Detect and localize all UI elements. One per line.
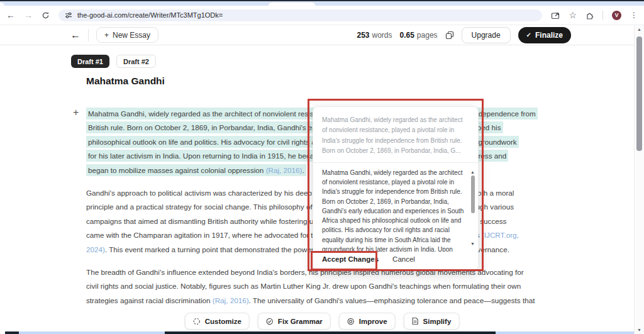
original-text-preview: Mahatma Gandhi, widely regarded as the a… [313, 107, 478, 162]
doc-line: civil rights and social justice. Notably… [86, 279, 536, 293]
bottom-strip-segment [165, 331, 496, 334]
improve-button[interactable]: Improve [339, 313, 396, 330]
bottom-strip-segment [19, 331, 165, 334]
word-count-label: words [372, 31, 392, 40]
check-icon: ✓ [526, 31, 531, 38]
doc-text-segment: . [302, 166, 304, 174]
bottom-strip-segment [5, 331, 19, 334]
browser-tab-strip [0, 0, 644, 6]
upgrade-button[interactable]: Upgrade [462, 27, 511, 43]
toolbar-divider [602, 11, 603, 19]
customize-button[interactable]: Customize [185, 313, 250, 330]
citation-link[interactable]: 2024) [86, 245, 105, 253]
highlighted-text: began to mobilize masses against colonia… [86, 164, 306, 176]
extensions-puzzle-icon[interactable] [586, 11, 594, 19]
doc-text-segment: strategies against racial discrimination [86, 296, 213, 304]
url-text: the-good-ai.com/create/Writer/MTc3MTg1OD… [77, 11, 223, 19]
bottom-strip-segment [496, 331, 634, 334]
profile-avatar[interactable]: V [612, 11, 621, 20]
popup-scrollbar-thumb[interactable] [471, 175, 475, 213]
scrollbar-down-icon[interactable]: ▼ [635, 328, 644, 332]
browser-menu-icon[interactable]: ⋮ [630, 11, 638, 19]
back-icon[interactable]: ← [6, 11, 15, 19]
header-divider [88, 29, 89, 42]
forward-icon[interactable]: → [24, 11, 33, 19]
suggested-text: Mahatma Gandhi, widely regarded as the a… [322, 169, 464, 252]
site-settings-icon[interactable] [65, 11, 72, 19]
citation-link[interactable]: (IJCRT.org, [482, 231, 519, 239]
dashed-circle-icon [193, 318, 201, 325]
tab-draft-1[interactable]: Draft #1 [71, 55, 109, 68]
page-scrollbar[interactable]: ▲ ▼ [634, 25, 644, 334]
paragraph: The breadth of Gandhi's influence extend… [86, 265, 536, 308]
popup-footer: Accept Changes Cancel [313, 252, 478, 263]
simplify-label: Simplify [423, 318, 452, 325]
citation-link[interactable]: (Raj, 2016) [213, 296, 249, 304]
app-header: ← + New Essay 253 words 0.65 pages Upgra… [0, 25, 644, 45]
browser-toolbar: ← → the-good-ai.com/create/Writer/MTc3MT… [0, 6, 644, 25]
new-essay-button[interactable]: + New Essay [96, 27, 158, 43]
doc-line: strategies against racial discrimination… [86, 294, 536, 308]
page-count-value: 0.65 [400, 31, 414, 40]
doc-text: civil rights and social justice. Notably… [86, 280, 522, 292]
doc-text-segment: civil rights and social justice. Notably… [86, 282, 521, 290]
scrollbar-up-icon[interactable]: ▲ [635, 27, 644, 31]
header-right: 253 words 0.65 pages Upgrade ✓ Finalize [357, 27, 571, 43]
simplify-button[interactable]: Simplify [404, 313, 460, 330]
target-icon [347, 318, 355, 325]
document-icon [412, 317, 419, 325]
finalize-label: Finalize [535, 31, 563, 40]
cancel-button[interactable]: Cancel [392, 255, 415, 263]
app-back-button[interactable]: ← [70, 30, 80, 40]
improve-label: Improve [359, 318, 387, 325]
word-count: 253 words [357, 31, 392, 40]
page-count-label: pages [417, 31, 438, 40]
check-circle-icon [266, 318, 274, 325]
suggested-text-scrollarea[interactable]: Mahatma Gandhi, widely regarded as the a… [313, 163, 478, 252]
bottom-action-bar: Customize Fix Grammar Improve Simplify [185, 313, 460, 330]
reload-icon[interactable] [42, 11, 50, 19]
finalize-button[interactable]: ✓ Finalize [518, 27, 571, 43]
copy-icon[interactable] [445, 31, 454, 40]
draft-tabs: Draft #1 Draft #2 [71, 55, 156, 68]
tab-draft-2[interactable]: Draft #2 [116, 55, 156, 68]
citation-link[interactable]: (Raj, 2016) [266, 166, 303, 174]
doc-text: strategies against racial discrimination… [86, 294, 536, 306]
word-count-value: 253 [357, 31, 369, 40]
suggestion-popup: Mahatma Gandhi, widely regarded as the a… [313, 106, 479, 270]
share-icon[interactable] [551, 11, 560, 19]
document-title: Mahatma Gandhi [86, 75, 165, 87]
doc-text-segment: . The universality of Gandhi's values—em… [249, 296, 535, 304]
new-essay-label: New Essay [113, 31, 150, 40]
bookmark-star-icon[interactable]: ☆ [569, 11, 577, 19]
doc-text-segment: began to mobilize masses against colonia… [88, 166, 266, 174]
fix-grammar-label: Fix Grammar [278, 318, 323, 325]
page-scrollbar-thumb[interactable] [636, 36, 642, 151]
customize-label: Customize [205, 318, 242, 325]
plus-icon: + [104, 31, 109, 40]
scroll-down-arrow-icon[interactable]: ▼ [470, 239, 475, 248]
accept-changes-button[interactable]: Accept Changes [322, 255, 379, 263]
address-bar[interactable]: the-good-ai.com/create/Writer/MTc3MTg1OD… [58, 9, 542, 21]
page-count: 0.65 pages [400, 31, 438, 40]
fix-grammar-button[interactable]: Fix Grammar [258, 313, 331, 330]
add-block-handle[interactable]: + [73, 107, 79, 118]
